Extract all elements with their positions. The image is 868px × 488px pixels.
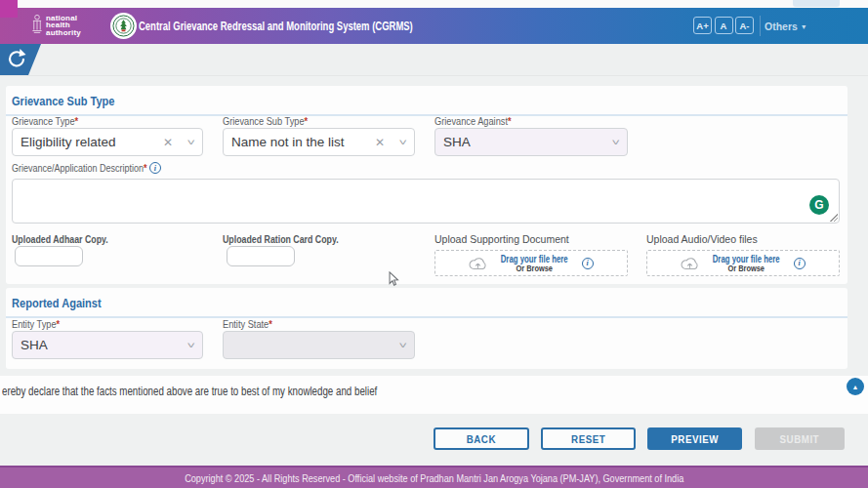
entity-type-select[interactable]: SHA ˅ xyxy=(12,331,203,359)
declaration-text: ereby declare that the facts mentioned a… xyxy=(2,385,377,398)
audio-video-dropzone[interactable]: Drag your file here Or Browse i xyxy=(646,250,840,276)
adhaar-upload-box[interactable] xyxy=(15,246,83,266)
top-strip-pill xyxy=(793,0,840,7)
entity-state-label: Entity State* xyxy=(223,318,415,329)
browse-link[interactable]: Or Browse xyxy=(713,264,780,272)
nha-logo: national health authority xyxy=(31,13,81,38)
chevron-down-icon[interactable]: ˅ xyxy=(398,341,406,350)
entity-type-field: Entity Type* SHA ˅ xyxy=(12,318,203,359)
font-decrease-button[interactable]: A- xyxy=(735,17,754,34)
description-textarea[interactable]: G xyxy=(12,179,840,224)
entity-state-field: Entity State* ˅ xyxy=(223,318,415,359)
resize-handle[interactable] xyxy=(830,214,838,222)
clear-icon[interactable]: ✕ xyxy=(163,136,173,149)
grievance-against-field: Grievance Against* SHA ˅ xyxy=(434,115,628,156)
supporting-doc-label: Upload Supporting Document xyxy=(434,233,569,245)
top-strip xyxy=(0,0,868,8)
ration-upload-box[interactable] xyxy=(227,246,295,266)
nha-logo-text: national health authority xyxy=(46,15,81,36)
chevron-down-icon: ▼ xyxy=(801,23,807,30)
grievance-type-label: Grievance Type* xyxy=(12,115,203,126)
supporting-doc-dropzone[interactable]: Drag your file here Or Browse i xyxy=(434,250,628,276)
grievance-against-label: Grievance Against* xyxy=(434,115,628,126)
back-button[interactable]: BACK xyxy=(434,427,529,450)
grievance-subtype-field: Grievance Sub Type* Name not in the list… xyxy=(223,115,415,156)
font-size-controls: A+ A A- xyxy=(693,17,754,34)
chevron-down-icon[interactable]: ˅ xyxy=(186,138,194,147)
audio-video-label: Upload Audio/Video files xyxy=(646,233,758,245)
corner-square xyxy=(0,0,18,18)
chevron-down-icon[interactable]: ˅ xyxy=(611,138,619,147)
grievance-subtype-label: Grievance Sub Type* xyxy=(223,115,415,126)
info-icon[interactable]: i xyxy=(794,258,806,269)
reset-button[interactable]: RESET xyxy=(541,427,636,450)
header-divider xyxy=(760,16,761,36)
font-normal-button[interactable]: A xyxy=(715,17,733,34)
grievance-against-select[interactable]: SHA ˅ xyxy=(434,128,628,156)
others-menu[interactable]: Others ▼ xyxy=(765,20,807,32)
preview-button[interactable]: PREVIEW xyxy=(647,427,742,450)
font-increase-button[interactable]: A+ xyxy=(693,17,712,34)
adhaar-upload-label: Uploaded Adhaar Copy. xyxy=(12,233,108,245)
grammarly-icon[interactable]: G xyxy=(809,195,829,215)
browse-link[interactable]: Or Browse xyxy=(501,264,568,272)
pmjay-round-logo xyxy=(110,13,137,39)
grievance-type-select[interactable]: Eligibility related ✕ ˅ xyxy=(12,128,203,156)
submit-button[interactable]: SUBMIT xyxy=(755,427,845,450)
app-header: national health authority Central Grieva… xyxy=(0,8,868,44)
upload-cloud-icon xyxy=(681,256,699,271)
chevron-down-icon[interactable]: ˅ xyxy=(398,138,406,147)
footer: Copyright © 2025 - All Rights Reserved -… xyxy=(0,466,868,488)
refresh-tab[interactable] xyxy=(0,44,43,75)
footer-text: Copyright © 2025 - All Rights Reserved -… xyxy=(185,472,683,484)
grievance-type-field: Grievance Type* Eligibility related ✕ ˅ xyxy=(12,115,203,156)
upload-cloud-icon xyxy=(469,256,487,271)
section-heading-reported: Reported Against xyxy=(6,288,847,318)
clear-icon[interactable]: ✕ xyxy=(375,136,385,149)
grievance-subtype-select[interactable]: Name not in the list ✕ ˅ xyxy=(223,128,415,156)
page-title: Central Grievance Redressal and Monitori… xyxy=(139,20,413,33)
info-icon[interactable]: i xyxy=(149,162,161,174)
ration-upload-label: Uploaded Ration Card Copy. xyxy=(223,233,339,245)
pmjay-logo-emblem xyxy=(112,15,135,37)
entity-type-label: Entity Type* xyxy=(12,318,203,329)
nha-emblem-icon xyxy=(31,13,43,38)
info-icon[interactable]: i xyxy=(582,258,594,269)
description-label: Grievance/Application Description* i xyxy=(12,162,161,174)
mouse-cursor xyxy=(389,271,399,287)
toolbar xyxy=(0,44,868,76)
section-heading-grievance: Grievance Sub Type xyxy=(6,86,847,116)
scroll-top-button[interactable]: ▲ xyxy=(847,378,864,395)
chevron-down-icon[interactable]: ˅ xyxy=(186,341,194,350)
entity-state-select[interactable]: ˅ xyxy=(223,331,415,359)
